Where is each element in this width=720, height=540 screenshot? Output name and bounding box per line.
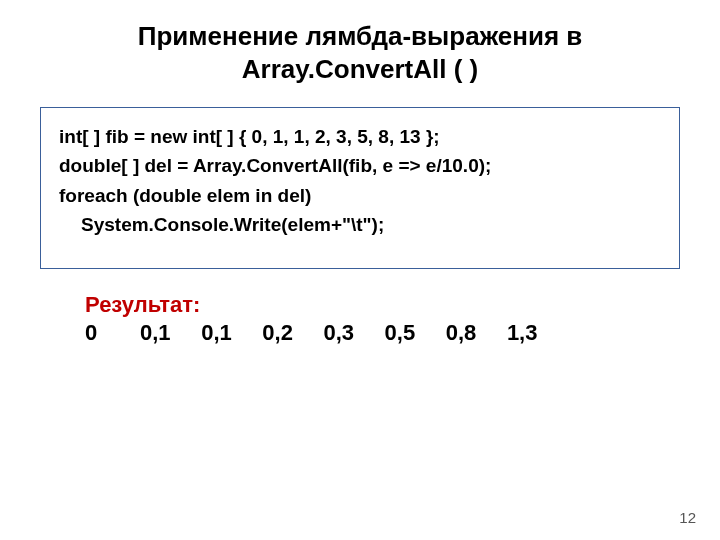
- title-line-2: Array.ConvertAll ( ): [242, 54, 478, 84]
- code-line-3: foreach (double elem in del): [59, 181, 661, 210]
- result-label: Результат:: [85, 291, 690, 320]
- code-block: int[ ] fib = new int[ ] { 0, 1, 1, 2, 3,…: [40, 107, 680, 269]
- code-line-4: System.Console.Write(elem+"\t");: [59, 210, 661, 239]
- page-number: 12: [679, 509, 696, 526]
- result-section: Результат: 0 0,1 0,1 0,2 0,3 0,5 0,8 1,3: [85, 291, 690, 348]
- code-line-1: int[ ] fib = new int[ ] { 0, 1, 1, 2, 3,…: [59, 122, 661, 151]
- result-values: 0 0,1 0,1 0,2 0,3 0,5 0,8 1,3: [85, 319, 690, 348]
- title-line-1: Применение лямбда-выражения в: [138, 21, 583, 51]
- slide-container: Применение лямбда-выражения в Array.Conv…: [0, 0, 720, 540]
- code-line-2: double[ ] del = Array.ConvertAll(fib, e …: [59, 151, 661, 180]
- slide-title: Применение лямбда-выражения в Array.Conv…: [30, 20, 690, 85]
